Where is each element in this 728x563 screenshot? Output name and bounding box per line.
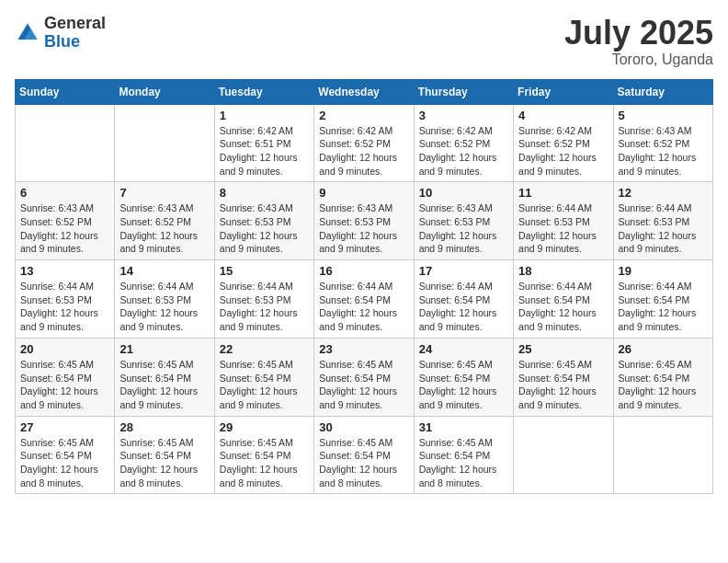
- day-info: Sunrise: 6:44 AM Sunset: 6:53 PM Dayligh…: [20, 280, 109, 334]
- day-number: 29: [220, 420, 309, 434]
- title-block: July 2025 Tororo, Uganda: [564, 15, 713, 68]
- day-number: 14: [119, 264, 209, 278]
- day-header-monday: Monday: [115, 79, 214, 104]
- day-header-saturday: Saturday: [613, 79, 712, 104]
- logo-text: General Blue: [44, 15, 106, 52]
- day-number: 30: [319, 420, 408, 434]
- day-info: Sunrise: 6:45 AM Sunset: 6:54 PM Dayligh…: [20, 358, 109, 412]
- day-number: 19: [619, 264, 708, 278]
- calendar-cell: 20Sunrise: 6:45 AM Sunset: 6:54 PM Dayli…: [16, 338, 115, 416]
- calendar-cell: 26Sunrise: 6:45 AM Sunset: 6:54 PM Dayli…: [613, 338, 712, 416]
- day-info: Sunrise: 6:45 AM Sunset: 6:54 PM Dayligh…: [119, 436, 209, 490]
- page-header: General Blue July 2025 Tororo, Uganda: [15, 15, 713, 68]
- calendar-subtitle: Tororo, Uganda: [564, 52, 713, 68]
- calendar-cell: 16Sunrise: 6:44 AM Sunset: 6:54 PM Dayli…: [314, 260, 414, 339]
- day-number: 4: [518, 109, 608, 122]
- day-number: 24: [419, 342, 508, 356]
- day-info: Sunrise: 6:45 AM Sunset: 6:54 PM Dayligh…: [419, 358, 508, 412]
- calendar-cell: 10Sunrise: 6:43 AM Sunset: 6:53 PM Dayli…: [414, 182, 513, 260]
- day-info: Sunrise: 6:43 AM Sunset: 6:52 PM Dayligh…: [20, 201, 109, 256]
- day-number: 6: [20, 186, 109, 200]
- day-header-friday: Friday: [514, 79, 613, 104]
- calendar-cell: [613, 416, 712, 494]
- calendar-week-2: 6Sunrise: 6:43 AM Sunset: 6:52 PM Daylig…: [16, 182, 713, 260]
- day-number: 17: [419, 264, 508, 278]
- calendar-cell: 13Sunrise: 6:44 AM Sunset: 6:53 PM Dayli…: [16, 260, 115, 339]
- calendar-cell: 8Sunrise: 6:43 AM Sunset: 6:53 PM Daylig…: [214, 182, 313, 260]
- calendar-cell: 19Sunrise: 6:44 AM Sunset: 6:54 PM Dayli…: [613, 260, 712, 339]
- calendar-week-4: 20Sunrise: 6:45 AM Sunset: 6:54 PM Dayli…: [16, 338, 713, 416]
- calendar-cell: 7Sunrise: 6:43 AM Sunset: 6:52 PM Daylig…: [115, 182, 214, 260]
- calendar-cell: 17Sunrise: 6:44 AM Sunset: 6:54 PM Dayli…: [414, 260, 513, 339]
- day-info: Sunrise: 6:44 AM Sunset: 6:53 PM Dayligh…: [220, 280, 309, 334]
- calendar-cell: 18Sunrise: 6:44 AM Sunset: 6:54 PM Dayli…: [514, 260, 613, 339]
- day-info: Sunrise: 6:45 AM Sunset: 6:54 PM Dayligh…: [220, 436, 309, 490]
- day-number: 25: [518, 342, 608, 356]
- day-number: 27: [20, 420, 109, 434]
- day-number: 31: [419, 420, 508, 434]
- day-info: Sunrise: 6:42 AM Sunset: 6:52 PM Dayligh…: [319, 124, 408, 178]
- day-info: Sunrise: 6:44 AM Sunset: 6:54 PM Dayligh…: [419, 280, 508, 334]
- day-info: Sunrise: 6:42 AM Sunset: 6:51 PM Dayligh…: [220, 124, 309, 178]
- day-number: 1: [220, 109, 309, 122]
- calendar-cell: 25Sunrise: 6:45 AM Sunset: 6:54 PM Dayli…: [514, 338, 613, 416]
- day-number: 13: [20, 264, 109, 278]
- calendar-cell: 12Sunrise: 6:44 AM Sunset: 6:53 PM Dayli…: [613, 182, 712, 260]
- day-number: 20: [20, 342, 109, 356]
- day-number: 8: [220, 186, 309, 200]
- day-header-sunday: Sunday: [16, 79, 115, 104]
- day-number: 26: [619, 342, 708, 356]
- day-info: Sunrise: 6:44 AM Sunset: 6:53 PM Dayligh…: [619, 201, 708, 256]
- day-info: Sunrise: 6:45 AM Sunset: 6:54 PM Dayligh…: [619, 358, 708, 412]
- calendar-cell: 9Sunrise: 6:43 AM Sunset: 6:53 PM Daylig…: [314, 182, 414, 260]
- day-header-wednesday: Wednesday: [314, 79, 414, 104]
- calendar-cell: 6Sunrise: 6:43 AM Sunset: 6:52 PM Daylig…: [16, 182, 115, 260]
- logo-general: General: [44, 15, 106, 33]
- day-info: Sunrise: 6:43 AM Sunset: 6:53 PM Dayligh…: [220, 201, 309, 256]
- day-number: 2: [319, 109, 408, 122]
- calendar-cell: [16, 104, 115, 182]
- day-info: Sunrise: 6:43 AM Sunset: 6:53 PM Dayligh…: [419, 201, 508, 256]
- day-number: 16: [319, 264, 408, 278]
- day-info: Sunrise: 6:44 AM Sunset: 6:54 PM Dayligh…: [518, 280, 608, 334]
- calendar-cell: 15Sunrise: 6:44 AM Sunset: 6:53 PM Dayli…: [214, 260, 313, 339]
- calendar-cell: 21Sunrise: 6:45 AM Sunset: 6:54 PM Dayli…: [115, 338, 214, 416]
- day-number: 23: [319, 342, 408, 356]
- logo-icon: [15, 20, 40, 46]
- day-info: Sunrise: 6:45 AM Sunset: 6:54 PM Dayligh…: [319, 436, 408, 490]
- day-info: Sunrise: 6:45 AM Sunset: 6:54 PM Dayligh…: [518, 358, 608, 412]
- logo: General Blue: [15, 15, 106, 52]
- calendar-cell: 5Sunrise: 6:43 AM Sunset: 6:52 PM Daylig…: [613, 104, 712, 182]
- day-number: 5: [619, 109, 708, 122]
- day-info: Sunrise: 6:45 AM Sunset: 6:54 PM Dayligh…: [20, 436, 109, 490]
- logo-blue: Blue: [44, 33, 106, 52]
- calendar-header-row: SundayMondayTuesdayWednesdayThursdayFrid…: [16, 79, 713, 104]
- calendar-cell: 31Sunrise: 6:45 AM Sunset: 6:54 PM Dayli…: [414, 416, 513, 494]
- day-number: 7: [119, 186, 209, 200]
- calendar-cell: 22Sunrise: 6:45 AM Sunset: 6:54 PM Dayli…: [214, 338, 313, 416]
- calendar-cell: 3Sunrise: 6:42 AM Sunset: 6:52 PM Daylig…: [414, 104, 513, 182]
- day-info: Sunrise: 6:45 AM Sunset: 6:54 PM Dayligh…: [419, 436, 508, 490]
- day-info: Sunrise: 6:45 AM Sunset: 6:54 PM Dayligh…: [119, 358, 209, 412]
- day-info: Sunrise: 6:42 AM Sunset: 6:52 PM Dayligh…: [518, 124, 608, 178]
- calendar-cell: 4Sunrise: 6:42 AM Sunset: 6:52 PM Daylig…: [514, 104, 613, 182]
- calendar-week-5: 27Sunrise: 6:45 AM Sunset: 6:54 PM Dayli…: [16, 416, 713, 494]
- day-info: Sunrise: 6:42 AM Sunset: 6:52 PM Dayligh…: [419, 124, 508, 178]
- day-number: 28: [119, 420, 209, 434]
- calendar-title: July 2025: [564, 15, 713, 52]
- day-info: Sunrise: 6:45 AM Sunset: 6:54 PM Dayligh…: [220, 358, 309, 412]
- calendar-week-3: 13Sunrise: 6:44 AM Sunset: 6:53 PM Dayli…: [16, 260, 713, 339]
- day-info: Sunrise: 6:44 AM Sunset: 6:53 PM Dayligh…: [119, 280, 209, 334]
- calendar-cell: [514, 416, 613, 494]
- day-info: Sunrise: 6:43 AM Sunset: 6:52 PM Dayligh…: [119, 201, 209, 256]
- calendar-cell: 23Sunrise: 6:45 AM Sunset: 6:54 PM Dayli…: [314, 338, 414, 416]
- day-header-thursday: Thursday: [414, 79, 513, 104]
- day-info: Sunrise: 6:45 AM Sunset: 6:54 PM Dayligh…: [319, 358, 408, 412]
- calendar-cell: [115, 104, 214, 182]
- day-number: 18: [518, 264, 608, 278]
- calendar-cell: 11Sunrise: 6:44 AM Sunset: 6:53 PM Dayli…: [514, 182, 613, 260]
- calendar-cell: 1Sunrise: 6:42 AM Sunset: 6:51 PM Daylig…: [214, 104, 313, 182]
- calendar-cell: 30Sunrise: 6:45 AM Sunset: 6:54 PM Dayli…: [314, 416, 414, 494]
- calendar-cell: 14Sunrise: 6:44 AM Sunset: 6:53 PM Dayli…: [115, 260, 214, 339]
- day-info: Sunrise: 6:44 AM Sunset: 6:53 PM Dayligh…: [518, 201, 608, 256]
